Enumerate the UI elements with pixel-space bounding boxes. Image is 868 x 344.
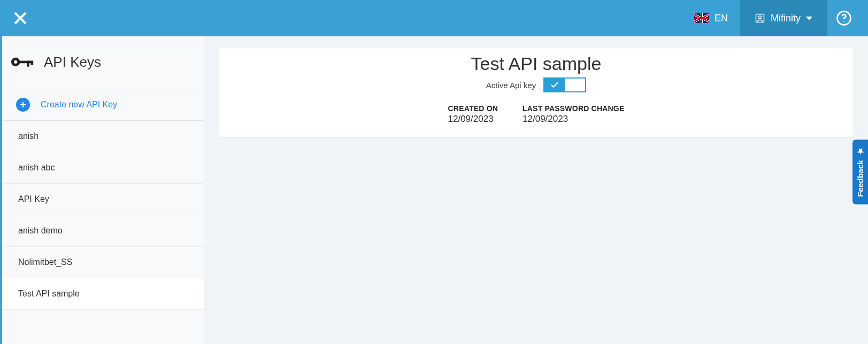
topbar: EN Mifinity — [0, 0, 868, 36]
sidebar-item[interactable]: anish — [2, 121, 204, 152]
svg-rect-7 — [27, 61, 29, 67]
svg-rect-6 — [20, 61, 33, 64]
help-button[interactable] — [827, 0, 861, 36]
sidebar-item[interactable]: API Key — [2, 184, 204, 215]
sidebar-header: API Keys — [2, 36, 204, 89]
sidebar-item[interactable]: anish demo — [2, 215, 204, 247]
uk-flag-icon — [694, 13, 709, 23]
language-code: EN — [715, 13, 728, 24]
feedback-label: Feedback — [856, 160, 865, 197]
main-content: Test API sample Active Api key CREATED O… — [204, 36, 868, 344]
check-icon — [550, 80, 559, 90]
create-api-key-label: Create new API Key — [41, 100, 117, 110]
create-api-key-button[interactable]: Create new API Key — [2, 89, 204, 121]
svg-point-5 — [14, 60, 17, 64]
active-label: Active Api key — [486, 81, 536, 90]
sidebar-title: API Keys — [44, 54, 101, 71]
account-icon — [755, 13, 765, 24]
svg-rect-8 — [31, 61, 34, 65]
created-on-value: 12/09/2023 — [448, 114, 498, 124]
last-password-change-value: 12/09/2023 — [523, 114, 624, 124]
account-menu[interactable]: Mifinity — [740, 0, 827, 36]
sidebar-item[interactable]: Test API sample — [2, 278, 204, 310]
svg-point-3 — [843, 21, 844, 22]
plus-icon — [16, 98, 30, 112]
account-name: Mifinity — [771, 13, 801, 24]
sidebar: API Keys Create new API Key anishanish a… — [2, 36, 204, 344]
language-selector[interactable]: EN — [682, 0, 740, 36]
sidebar-item[interactable]: anish abc — [2, 152, 204, 184]
chevron-down-icon — [806, 17, 812, 20]
sidebar-item[interactable]: Nolimitbet_SS — [2, 247, 204, 278]
api-key-detail-card: Test API sample Active Api key CREATED O… — [219, 48, 853, 137]
help-icon — [836, 10, 852, 26]
close-button[interactable] — [11, 9, 30, 28]
feedback-icon — [856, 147, 865, 155]
close-icon — [12, 10, 28, 26]
last-password-change-label: LAST PASSWORD CHANGE — [523, 104, 624, 113]
api-key-list: anishanish abcAPI Keyanish demoNolimitbe… — [2, 121, 204, 344]
key-icon — [11, 50, 34, 74]
svg-point-1 — [758, 16, 761, 19]
api-key-title: Test API sample — [230, 53, 842, 74]
svg-rect-0 — [756, 14, 764, 22]
created-on-label: CREATED ON — [448, 104, 498, 113]
active-toggle[interactable] — [543, 77, 586, 92]
feedback-tab[interactable]: Feedback — [852, 139, 868, 204]
